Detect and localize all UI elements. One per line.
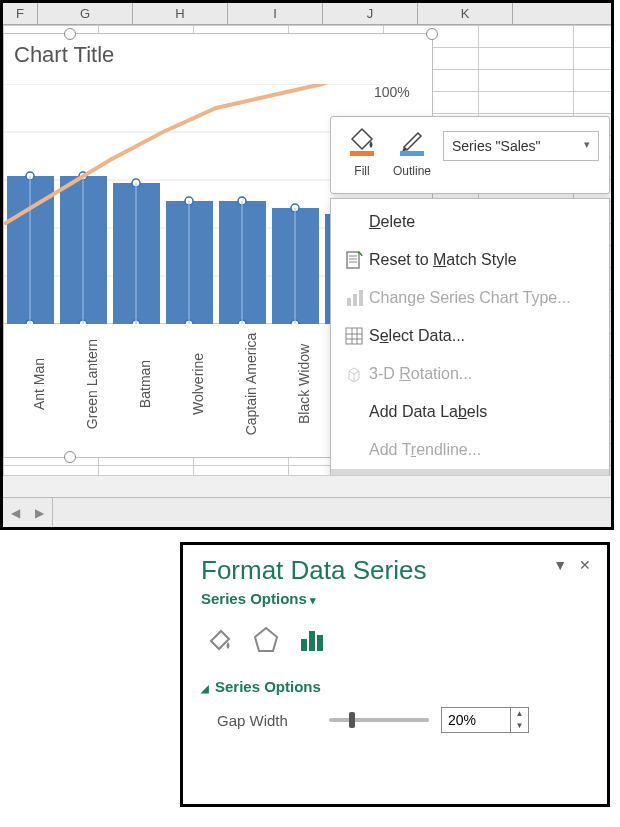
pen-icon bbox=[398, 125, 426, 162]
sheet-tab-strip[interactable]: ◀ ▶ bbox=[3, 497, 611, 527]
paint-bucket-icon bbox=[348, 125, 376, 162]
svg-rect-41 bbox=[353, 294, 357, 306]
spin-up[interactable]: ▲ bbox=[511, 708, 528, 720]
menu-label: Change Series Chart Type... bbox=[369, 289, 571, 307]
pane-title: Format Data Series bbox=[201, 555, 589, 586]
menu-change-chart-type[interactable]: Change Series Chart Type... bbox=[331, 279, 609, 317]
slider-thumb[interactable] bbox=[349, 712, 355, 728]
gap-width-input[interactable] bbox=[442, 708, 510, 732]
series-selector[interactable]: Series "Sales" bbox=[443, 131, 599, 161]
outline-button[interactable]: Outline bbox=[387, 123, 437, 178]
reset-icon bbox=[339, 248, 369, 272]
svg-rect-34 bbox=[350, 151, 374, 156]
svg-rect-40 bbox=[347, 298, 351, 306]
chart-type-icon bbox=[339, 286, 369, 310]
menu-label: Delete bbox=[369, 213, 415, 231]
gap-width-spinbox[interactable]: ▲ ▼ bbox=[441, 707, 529, 733]
selection-handle[interactable] bbox=[426, 28, 438, 40]
prev-sheet-icon[interactable]: ◀ bbox=[11, 506, 20, 520]
chart-title[interactable]: Chart Title bbox=[14, 42, 114, 68]
category-label: Batman bbox=[137, 360, 153, 408]
menu-delete[interactable]: Delete bbox=[331, 203, 609, 241]
col-header[interactable]: I bbox=[228, 3, 323, 24]
menu-label: Reset to Match Style bbox=[369, 251, 517, 269]
sheet-nav-arrows[interactable]: ◀ ▶ bbox=[3, 498, 53, 527]
menu-reset-style[interactable]: Reset to Match Style bbox=[331, 241, 609, 279]
menu-label: Add Data Labels bbox=[369, 403, 487, 421]
category-label: Wolverine bbox=[190, 353, 206, 415]
svg-rect-35 bbox=[400, 151, 424, 156]
pane-options-dropdown[interactable]: ▼ bbox=[553, 557, 567, 573]
menu-3d-rotation[interactable]: 3-D Rotation... bbox=[331, 355, 609, 393]
category-label: Captain America bbox=[243, 333, 259, 436]
svg-marker-55 bbox=[255, 628, 277, 651]
x-axis-labels: Ant Man Green Lantern Batman Wolverine C… bbox=[4, 334, 322, 449]
gap-width-slider[interactable] bbox=[329, 718, 429, 722]
col-header[interactable]: G bbox=[38, 3, 133, 24]
plot-area[interactable] bbox=[4, 84, 322, 324]
gap-width-row: Gap Width ▲ ▼ bbox=[201, 707, 589, 733]
fill-button[interactable]: Fill bbox=[337, 123, 387, 178]
excel-chart-screenshot: F G H I J K Chart Title 100% 80% 60% 40% bbox=[0, 0, 614, 530]
col-header[interactable]: J bbox=[323, 3, 418, 24]
menu-label: 3-D Rotation... bbox=[369, 365, 472, 383]
category-label: Green Lantern bbox=[84, 339, 100, 429]
svg-rect-57 bbox=[309, 631, 315, 651]
mini-toolbar: Fill Outline Series "Sales" bbox=[330, 116, 610, 194]
series-options-tab[interactable] bbox=[297, 625, 327, 658]
series-options-dropdown[interactable]: Series Options bbox=[201, 590, 589, 607]
col-header[interactable]: K bbox=[418, 3, 513, 24]
menu-add-data-labels[interactable]: Add Data Labels bbox=[331, 393, 609, 431]
effects-tab[interactable] bbox=[251, 625, 281, 658]
format-pane: Format Data Series ▼ ✕ Series Options Se… bbox=[180, 542, 610, 807]
fill-label: Fill bbox=[337, 164, 387, 178]
series-selector-value: Series "Sales" bbox=[452, 138, 541, 154]
menu-label: Select Data... bbox=[369, 327, 465, 345]
menu-label: Add Trendline... bbox=[369, 441, 481, 459]
svg-rect-36 bbox=[347, 252, 359, 268]
outline-label: Outline bbox=[387, 164, 437, 178]
col-header[interactable]: F bbox=[3, 3, 38, 24]
next-sheet-icon[interactable]: ▶ bbox=[35, 506, 44, 520]
cube-icon bbox=[339, 362, 369, 386]
selection-handle[interactable] bbox=[64, 451, 76, 463]
fill-line-tab[interactable] bbox=[205, 625, 235, 658]
selection-handle[interactable] bbox=[64, 28, 76, 40]
gap-width-label: Gap Width bbox=[217, 712, 317, 729]
svg-rect-43 bbox=[346, 328, 362, 344]
category-label: Ant Man bbox=[31, 358, 47, 410]
svg-rect-58 bbox=[317, 635, 323, 651]
col-header[interactable]: H bbox=[133, 3, 228, 24]
close-icon[interactable]: ✕ bbox=[579, 557, 591, 573]
svg-line-49 bbox=[349, 371, 354, 374]
svg-line-50 bbox=[354, 371, 359, 374]
svg-rect-42 bbox=[359, 290, 363, 306]
context-menu: Delete Reset to Match Style Change Serie… bbox=[330, 198, 610, 512]
svg-rect-56 bbox=[301, 639, 307, 651]
category-label: Black Widow bbox=[296, 344, 312, 424]
spin-down[interactable]: ▼ bbox=[511, 720, 528, 732]
menu-add-trendline[interactable]: Add Trendline... bbox=[331, 431, 609, 469]
select-data-icon bbox=[339, 324, 369, 348]
horizontal-scrollbar[interactable] bbox=[3, 475, 611, 497]
menu-select-data[interactable]: Select Data... bbox=[331, 317, 609, 355]
section-series-options[interactable]: Series Options bbox=[201, 678, 589, 695]
pane-tab-icons bbox=[205, 625, 589, 658]
column-headers: F G H I J K bbox=[3, 3, 611, 25]
